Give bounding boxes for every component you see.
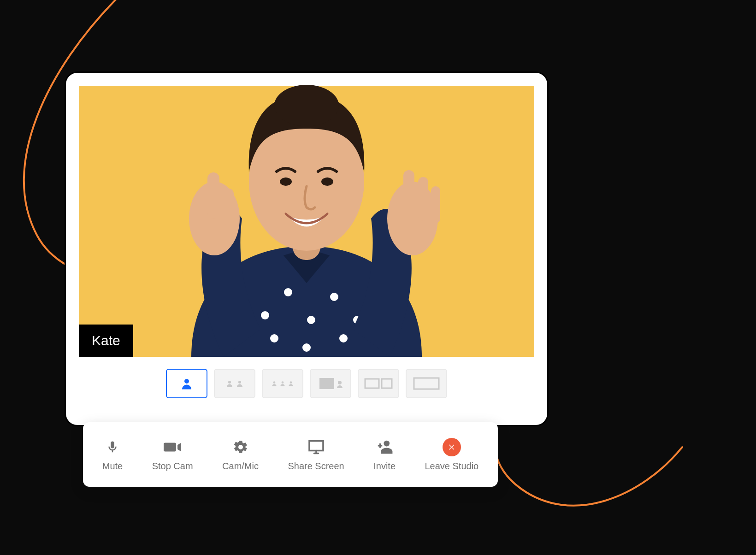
svg-point-24 xyxy=(184,379,189,384)
svg-rect-32 xyxy=(365,379,379,388)
layout-picker xyxy=(79,357,534,412)
layout-screen-pip[interactable] xyxy=(310,369,351,398)
svg-point-4 xyxy=(330,293,338,301)
control-toolbar: Mute Stop Cam Cam/Mic Share Screen Invit… xyxy=(83,422,498,487)
person-icon xyxy=(271,379,278,388)
layout-screen-split[interactable] xyxy=(358,369,399,398)
svg-point-9 xyxy=(270,334,278,342)
video-stage: Kate xyxy=(79,86,534,357)
svg-point-14 xyxy=(274,85,339,126)
cam-mic-button[interactable]: Cam/Mic xyxy=(215,433,266,476)
screen-full-icon xyxy=(410,374,443,393)
svg-point-28 xyxy=(282,381,284,384)
person-icon xyxy=(236,378,244,389)
share-screen-button[interactable]: Share Screen xyxy=(280,433,351,476)
presenter-video xyxy=(127,0,486,357)
svg-point-5 xyxy=(353,316,361,324)
participant-name: Kate xyxy=(92,333,120,348)
svg-point-3 xyxy=(307,316,315,324)
svg-rect-18 xyxy=(207,172,219,218)
person-icon xyxy=(288,379,294,388)
mute-label: Mute xyxy=(102,461,123,472)
svg-point-25 xyxy=(228,381,231,384)
svg-rect-22 xyxy=(418,177,428,221)
person-icon xyxy=(225,378,234,389)
svg-rect-12 xyxy=(293,223,320,260)
person-icon xyxy=(279,379,286,388)
leave-studio-button[interactable]: Leave Studio xyxy=(417,433,486,476)
svg-rect-34 xyxy=(414,378,439,389)
layout-three-up[interactable] xyxy=(262,369,303,398)
person-icon xyxy=(180,377,194,390)
svg-point-1 xyxy=(261,311,269,319)
svg-point-29 xyxy=(290,381,292,384)
layout-screen-full[interactable] xyxy=(406,369,447,398)
participant-name-tag: Kate xyxy=(79,325,133,357)
svg-point-10 xyxy=(339,334,348,342)
mute-button[interactable]: Mute xyxy=(95,433,130,476)
svg-point-2 xyxy=(284,288,292,296)
svg-rect-33 xyxy=(382,379,392,388)
invite-button[interactable]: Invite xyxy=(366,433,403,476)
svg-point-16 xyxy=(321,177,333,186)
svg-rect-23 xyxy=(431,186,440,223)
svg-point-17 xyxy=(189,182,240,255)
svg-point-26 xyxy=(238,381,241,384)
close-icon xyxy=(443,438,461,456)
svg-point-11 xyxy=(302,343,311,352)
invite-label: Invite xyxy=(373,461,396,472)
svg-rect-19 xyxy=(224,189,234,225)
svg-point-13 xyxy=(249,112,364,251)
leave-label: Leave Studio xyxy=(425,461,478,472)
camera-icon xyxy=(163,438,182,456)
svg-point-31 xyxy=(338,381,342,384)
svg-point-7 xyxy=(219,320,228,329)
add-person-icon xyxy=(375,438,394,456)
svg-rect-30 xyxy=(319,378,334,389)
svg-rect-21 xyxy=(403,170,414,216)
layout-single[interactable] xyxy=(166,369,207,398)
screen-pip-icon xyxy=(317,374,344,393)
screen-split-icon xyxy=(362,374,395,393)
svg-point-20 xyxy=(387,182,438,255)
gear-icon xyxy=(231,438,250,456)
svg-point-15 xyxy=(280,177,292,186)
svg-point-8 xyxy=(385,320,394,329)
monitor-icon xyxy=(307,438,325,456)
layout-two-up[interactable] xyxy=(214,369,255,398)
microphone-icon xyxy=(103,438,122,456)
svg-point-27 xyxy=(273,381,276,384)
stop-cam-label: Stop Cam xyxy=(152,461,193,472)
stop-cam-button[interactable]: Stop Cam xyxy=(145,433,201,476)
svg-point-6 xyxy=(372,288,380,296)
studio-window: Kate xyxy=(65,71,549,426)
cam-mic-label: Cam/Mic xyxy=(222,461,259,472)
svg-point-0 xyxy=(238,293,246,301)
share-screen-label: Share Screen xyxy=(288,461,344,472)
